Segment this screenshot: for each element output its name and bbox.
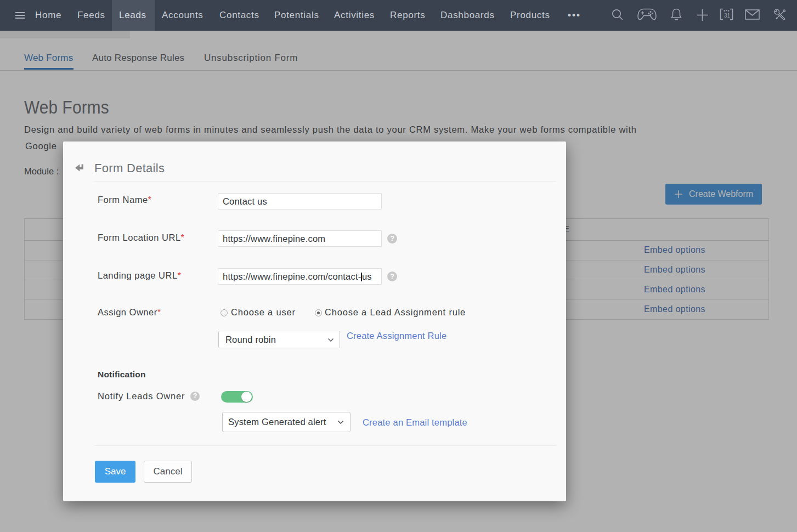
svg-text:31: 31	[724, 13, 731, 19]
